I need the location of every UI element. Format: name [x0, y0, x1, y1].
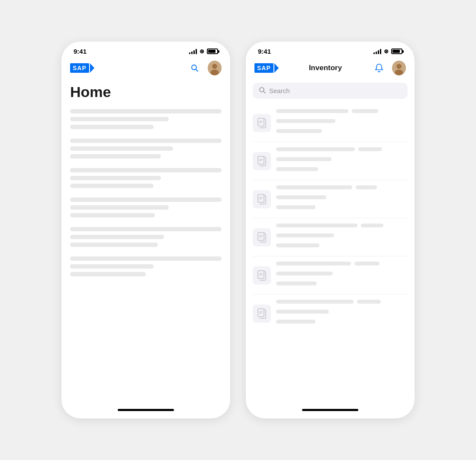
svg-rect-10	[258, 118, 264, 126]
status-time-right: 9:41	[258, 48, 271, 55]
status-bar-left: 9:41 ⊛	[61, 42, 230, 58]
skeleton-block-6	[70, 256, 222, 276]
search-placeholder: Search	[269, 87, 290, 94]
list-item[interactable]	[253, 295, 408, 332]
svg-line-1	[196, 69, 198, 71]
item-text-1	[276, 109, 408, 136]
svg-line-9	[264, 91, 265, 93]
home-content: Home	[61, 79, 230, 404]
list-item[interactable]	[253, 256, 408, 295]
home-title: Home	[70, 84, 222, 100]
signal-icon-right	[373, 49, 381, 54]
search-icon-right	[259, 87, 266, 95]
home-indicator-right	[302, 409, 358, 411]
skeleton-block-5	[70, 227, 222, 247]
list-item[interactable]	[253, 218, 408, 256]
nav-bar-right: SAP Inventory	[246, 58, 415, 79]
wifi-icon-right: ⊛	[384, 48, 389, 55]
bell-icon-right	[374, 63, 384, 73]
avatar-left[interactable]	[208, 61, 222, 75]
battery-icon-right	[391, 49, 402, 54]
item-icon-2	[253, 152, 271, 170]
item-text-4	[276, 224, 408, 251]
search-bar[interactable]: Search	[253, 83, 408, 99]
nav-bar-left: SAP	[61, 58, 230, 79]
home-bar-right	[246, 404, 415, 418]
list-item[interactable]	[253, 142, 408, 180]
item-icon-6	[253, 305, 271, 323]
svg-point-6	[396, 64, 401, 69]
phone-right: 9:41 ⊛ SAP Inventory	[246, 42, 415, 418]
signal-icon-left	[189, 49, 197, 54]
status-icons-left: ⊛	[189, 48, 218, 55]
status-time-left: 9:41	[74, 48, 87, 55]
skeleton-block-3	[70, 168, 222, 188]
page-title-right: Inventory	[309, 64, 342, 72]
svg-point-7	[395, 70, 403, 75]
document-icon	[257, 118, 267, 128]
item-icon-3	[253, 190, 271, 208]
user-avatar-left	[208, 61, 222, 75]
status-icons-right: ⊛	[373, 48, 402, 55]
bell-button-right[interactable]	[372, 61, 386, 75]
search-button-left[interactable]	[188, 61, 202, 75]
svg-rect-19	[258, 233, 264, 240]
phones-container: 9:41 ⊛ SAP	[61, 42, 415, 418]
document-icon	[257, 232, 267, 243]
sap-logo-left: SAP	[70, 63, 94, 73]
document-icon	[257, 308, 267, 319]
skeleton-block-2	[70, 139, 222, 159]
document-icon	[257, 194, 267, 204]
home-bar-left	[61, 404, 230, 418]
svg-rect-25	[258, 309, 264, 317]
battery-icon-left	[207, 49, 218, 54]
skeleton-block-4	[70, 198, 222, 217]
item-text-6	[276, 300, 408, 327]
skeleton-block-1	[70, 109, 222, 129]
svg-rect-16	[258, 194, 264, 202]
status-bar-right: 9:41 ⊛	[246, 42, 415, 58]
home-indicator-left	[118, 409, 174, 411]
item-text-5	[276, 262, 408, 289]
inventory-list	[246, 104, 415, 404]
list-item[interactable]	[253, 180, 408, 218]
nav-actions-left	[188, 61, 222, 75]
search-bar-wrap: Search	[246, 79, 415, 104]
avatar-right[interactable]	[392, 61, 406, 75]
sap-logo-right: SAP	[254, 63, 279, 73]
svg-rect-13	[258, 156, 264, 164]
item-icon-1	[253, 114, 271, 132]
phone-left: 9:41 ⊛ SAP	[61, 42, 230, 418]
svg-point-4	[211, 70, 219, 75]
svg-rect-22	[258, 271, 264, 279]
item-icon-5	[253, 266, 271, 285]
search-icon-left	[190, 64, 199, 72]
list-item[interactable]	[253, 104, 408, 142]
document-icon	[257, 156, 267, 166]
nav-actions-right	[372, 61, 406, 75]
item-text-2	[276, 147, 408, 175]
svg-point-3	[212, 64, 217, 69]
user-avatar-right	[392, 61, 406, 75]
document-icon	[257, 270, 267, 281]
item-icon-4	[253, 228, 271, 246]
item-text-3	[276, 185, 408, 213]
wifi-icon-left: ⊛	[199, 48, 204, 55]
